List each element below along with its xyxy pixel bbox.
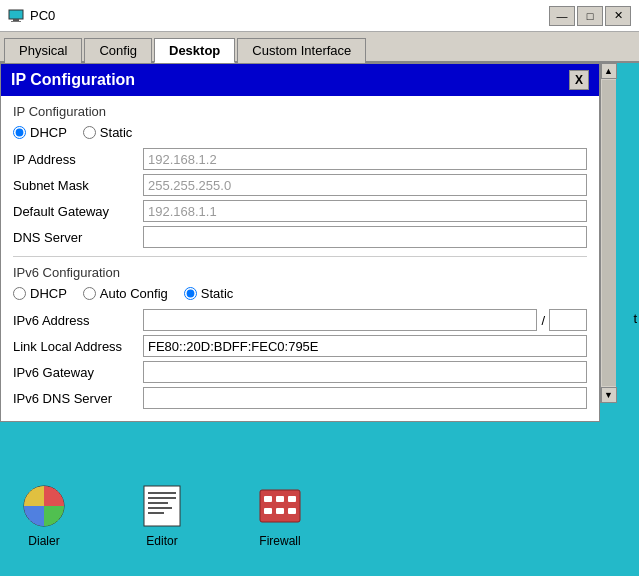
- firewall-icon: [256, 482, 304, 530]
- firewall-label: Firewall: [259, 534, 300, 548]
- subnet-mask-row: Subnet Mask: [13, 174, 587, 196]
- svg-rect-12: [276, 496, 284, 502]
- title-bar: PC0 — □ ✕: [0, 0, 639, 32]
- ipv6-address-row: IPv6 Address /: [13, 309, 587, 331]
- link-local-row: Link Local Address: [13, 335, 587, 357]
- ipv6-auto-radio[interactable]: [83, 287, 96, 300]
- ipv6-gateway-row: IPv6 Gateway: [13, 361, 587, 383]
- svg-rect-2: [11, 21, 21, 22]
- svg-rect-14: [264, 508, 272, 514]
- desktop-icon-firewall[interactable]: Firewall: [256, 482, 304, 548]
- ip-config-close-button[interactable]: X: [569, 70, 589, 90]
- window-close-button[interactable]: ✕: [605, 6, 631, 26]
- ipv6-static-radio[interactable]: [184, 287, 197, 300]
- ipv6-section-label: IPv6 Configuration: [13, 265, 587, 280]
- ipv6-dns-row: IPv6 DNS Server: [13, 387, 587, 409]
- link-local-input[interactable]: [143, 335, 587, 357]
- default-gateway-label: Default Gateway: [13, 204, 143, 219]
- tab-custom-interface[interactable]: Custom Interface: [237, 38, 366, 63]
- ipv6-prefix-input[interactable]: [549, 309, 587, 331]
- ip-address-input[interactable]: [143, 148, 587, 170]
- ipv4-radio-row: DHCP Static: [13, 125, 587, 140]
- ipv6-static-option[interactable]: Static: [184, 286, 234, 301]
- subnet-mask-input[interactable]: [143, 174, 587, 196]
- dns-server-row: DNS Server: [13, 226, 587, 248]
- svg-rect-5: [148, 492, 176, 494]
- svg-rect-11: [264, 496, 272, 502]
- svg-rect-10: [260, 490, 300, 522]
- ipv6-dhcp-radio[interactable]: [13, 287, 26, 300]
- ipv6-slash: /: [541, 313, 545, 328]
- ip-config-panel: IP Configuration X IP Configuration DHCP…: [0, 63, 600, 422]
- ipv6-auto-label: Auto Config: [100, 286, 168, 301]
- tab-config[interactable]: Config: [84, 38, 152, 63]
- desktop-icon-editor[interactable]: Editor: [138, 482, 186, 548]
- svg-rect-1: [13, 19, 19, 21]
- static-label: Static: [100, 125, 133, 140]
- dialer-icon: [20, 482, 68, 530]
- minimize-button[interactable]: —: [549, 6, 575, 26]
- default-gateway-input[interactable]: [143, 200, 587, 222]
- scroll-track: [602, 80, 616, 386]
- ipv4-section-label: IP Configuration: [13, 104, 587, 119]
- ipv6-dns-label: IPv6 DNS Server: [13, 391, 143, 406]
- svg-rect-16: [288, 508, 296, 514]
- tab-physical[interactable]: Physical: [4, 38, 82, 63]
- title-controls: — □ ✕: [549, 6, 631, 26]
- maximize-button[interactable]: □: [577, 6, 603, 26]
- ipv6-gateway-label: IPv6 Gateway: [13, 365, 143, 380]
- ipv6-address-label: IPv6 Address: [13, 313, 143, 328]
- ipv6-radio-row: DHCP Auto Config Static: [13, 286, 587, 301]
- ip-config-header: IP Configuration X: [1, 64, 599, 96]
- edge-letter: t: [633, 311, 637, 326]
- ipv6-dhcp-label: DHCP: [30, 286, 67, 301]
- editor-icon: [138, 482, 186, 530]
- scroll-down-button[interactable]: ▼: [601, 387, 617, 403]
- vertical-scrollbar: ▲ ▼: [600, 63, 616, 403]
- desktop-icons-area: Dialer Editor: [0, 475, 639, 555]
- svg-rect-8: [148, 507, 172, 509]
- main-area: IP Configuration X IP Configuration DHCP…: [0, 63, 639, 576]
- ip-address-row: IP Address: [13, 148, 587, 170]
- subnet-mask-label: Subnet Mask: [13, 178, 143, 193]
- desktop-icon-dialer[interactable]: Dialer: [20, 482, 68, 548]
- svg-rect-9: [148, 512, 164, 514]
- ip-config-title: IP Configuration: [11, 71, 135, 89]
- ipv6-address-input[interactable]: [143, 309, 537, 331]
- dialer-label: Dialer: [28, 534, 59, 548]
- computer-icon: [8, 8, 24, 24]
- default-gateway-row: Default Gateway: [13, 200, 587, 222]
- tab-desktop[interactable]: Desktop: [154, 38, 235, 63]
- static-option[interactable]: Static: [83, 125, 133, 140]
- ipv6-auto-option[interactable]: Auto Config: [83, 286, 168, 301]
- dhcp-label: DHCP: [30, 125, 67, 140]
- svg-rect-13: [288, 496, 296, 502]
- link-local-label: Link Local Address: [13, 339, 143, 354]
- svg-rect-0: [9, 10, 23, 19]
- svg-rect-15: [276, 508, 284, 514]
- window-title: PC0: [30, 8, 55, 23]
- ipv6-gateway-input[interactable]: [143, 361, 587, 383]
- title-bar-left: PC0: [8, 8, 55, 24]
- dhcp-option[interactable]: DHCP: [13, 125, 67, 140]
- ipv6-dns-input[interactable]: [143, 387, 587, 409]
- svg-rect-7: [148, 502, 168, 504]
- tab-bar: Physical Config Desktop Custom Interface: [0, 32, 639, 63]
- editor-label: Editor: [146, 534, 177, 548]
- static-radio[interactable]: [83, 126, 96, 139]
- scroll-up-button[interactable]: ▲: [601, 63, 617, 79]
- ip-config-body: IP Configuration DHCP Static IP Address …: [1, 96, 599, 421]
- ip-address-label: IP Address: [13, 152, 143, 167]
- dhcp-radio[interactable]: [13, 126, 26, 139]
- ipv6-address-field-group: /: [143, 309, 587, 331]
- dns-server-input[interactable]: [143, 226, 587, 248]
- svg-rect-6: [148, 497, 176, 499]
- ipv6-static-label: Static: [201, 286, 234, 301]
- ipv6-dhcp-option[interactable]: DHCP: [13, 286, 67, 301]
- dns-server-label: DNS Server: [13, 230, 143, 245]
